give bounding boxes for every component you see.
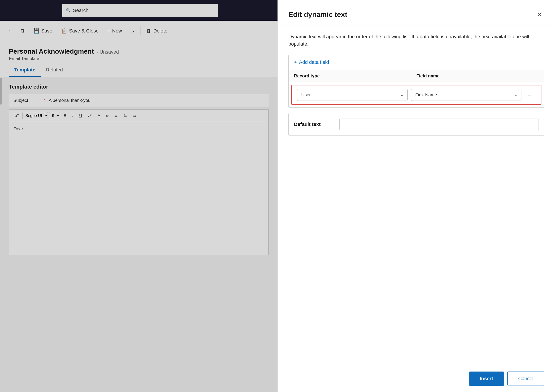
left-panel: 🔍 Search ← ⧉ 💾 Save 📋 Save & Close + New bbox=[0, 0, 278, 392]
record-type-header: Record type bbox=[294, 74, 416, 79]
save-close-label: Save & Close bbox=[69, 28, 99, 34]
default-text-label: Default text bbox=[294, 121, 334, 127]
popup-button[interactable]: ⧉ bbox=[17, 26, 29, 36]
increase-indent-button[interactable]: ⇉ bbox=[130, 112, 138, 119]
dialog-close-button[interactable]: ✕ bbox=[535, 9, 544, 20]
new-label: New bbox=[112, 28, 122, 34]
search-box[interactable]: 🔍 Search bbox=[62, 4, 218, 17]
editor-content: Dear bbox=[14, 126, 23, 131]
dialog-body: Dynamic text will appear in the order of… bbox=[278, 26, 555, 365]
subject-value[interactable]: A personal thank-you bbox=[49, 98, 90, 103]
save-close-icon: 📋 bbox=[61, 28, 67, 34]
unsaved-indicator: - Unsaved bbox=[96, 49, 119, 55]
more-options-button[interactable]: ⋯ bbox=[525, 90, 536, 100]
list-button[interactable]: ≡ bbox=[113, 112, 120, 119]
align-left-button[interactable]: ⇤ bbox=[104, 112, 112, 119]
highlight-button[interactable]: 🖍 bbox=[86, 112, 94, 119]
page-subtitle: Email Template bbox=[9, 56, 269, 61]
edit-dynamic-text-dialog: Edit dynamic text ✕ Dynamic text will ap… bbox=[278, 0, 555, 392]
subject-label: Subject bbox=[13, 98, 40, 103]
chevron-down-icon: ⌄ bbox=[131, 28, 135, 34]
back-button[interactable]: ← bbox=[4, 26, 16, 36]
italic-button[interactable]: I bbox=[70, 112, 76, 119]
field-name-value: First Name bbox=[415, 92, 437, 97]
dialog-description: Dynamic text will appear in the order of… bbox=[288, 33, 544, 48]
font-family-select[interactable]: Segoe UI bbox=[22, 112, 48, 119]
delete-icon: 🗑 bbox=[146, 28, 151, 34]
field-name-dropdown[interactable]: First Name ⌄ bbox=[411, 89, 522, 101]
record-type-chevron-icon: ⌄ bbox=[401, 93, 403, 97]
add-data-field-label: Add data field bbox=[299, 59, 329, 65]
editor-toolbar: 🖌 Segoe UI 9 B I U 🖍 A ⇤ ≡ ⇇ ⇉ » bbox=[9, 110, 269, 122]
data-fields-card: + Add data field Record type Field name … bbox=[288, 55, 544, 108]
font-color-button[interactable]: A bbox=[95, 112, 102, 119]
fields-table-header: Record type Field name bbox=[289, 70, 544, 82]
required-indicator: * bbox=[44, 98, 45, 103]
field-name-header: Field name bbox=[416, 74, 539, 79]
separator bbox=[140, 26, 141, 35]
tab-template[interactable]: Template bbox=[9, 63, 41, 77]
plus-icon: + bbox=[294, 59, 297, 65]
record-type-value: User bbox=[301, 92, 311, 97]
dropdown-arrow-button[interactable]: ⌄ bbox=[127, 26, 139, 36]
save-icon: 💾 bbox=[33, 28, 39, 34]
dialog-title: Edit dynamic text bbox=[288, 10, 347, 19]
scroll-indicator[interactable] bbox=[0, 78, 2, 104]
search-icon: 🔍 bbox=[66, 8, 71, 13]
top-nav-bar: 🔍 Search bbox=[0, 0, 278, 21]
dialog-header: Edit dynamic text ✕ bbox=[278, 0, 555, 26]
record-type-dropdown[interactable]: User ⌄ bbox=[297, 89, 408, 101]
cancel-button[interactable]: Cancel bbox=[507, 371, 544, 386]
tab-related[interactable]: Related bbox=[41, 63, 68, 77]
field-row: User ⌄ First Name ⌄ ⋯ bbox=[291, 85, 541, 105]
default-text-input[interactable] bbox=[339, 118, 539, 130]
command-bar: ← ⧉ 💾 Save 📋 Save & Close + New ⌄ 🗑 bbox=[0, 21, 278, 41]
subject-row: Subject * A personal thank-you bbox=[9, 94, 269, 107]
more-icon: ⋯ bbox=[528, 92, 533, 98]
editor-body[interactable]: Dear bbox=[9, 122, 269, 255]
underline-button[interactable]: U bbox=[77, 112, 84, 119]
bold-button[interactable]: B bbox=[61, 112, 69, 119]
font-size-select[interactable]: 9 bbox=[49, 112, 60, 119]
editor-section-label: Template editor bbox=[9, 84, 269, 90]
page-header: Personal Acknowledgment - Unsaved Email … bbox=[0, 41, 278, 63]
save-button[interactable]: 💾 Save bbox=[29, 26, 56, 36]
field-name-chevron-icon: ⌄ bbox=[514, 93, 517, 97]
dialog-footer: Insert Cancel bbox=[278, 365, 555, 392]
delete-button[interactable]: 🗑 Delete bbox=[143, 26, 171, 36]
tabs-bar: Template Related bbox=[0, 63, 278, 77]
new-button[interactable]: + New bbox=[103, 26, 126, 36]
search-text: Search bbox=[73, 7, 88, 13]
editor-section: Template editor Subject * A personal tha… bbox=[0, 77, 278, 262]
save-label: Save bbox=[41, 28, 52, 34]
insert-button[interactable]: Insert bbox=[469, 371, 504, 386]
paint-brush-button[interactable]: 🖌 bbox=[13, 112, 21, 119]
save-close-button[interactable]: 📋 Save & Close bbox=[57, 26, 102, 36]
popup-icon: ⧉ bbox=[21, 28, 24, 34]
quote-button[interactable]: » bbox=[139, 112, 146, 119]
default-text-card: Default text bbox=[288, 113, 544, 136]
decrease-indent-button[interactable]: ⇇ bbox=[121, 112, 129, 119]
new-icon: + bbox=[107, 28, 110, 34]
page-title: Personal Acknowledgment bbox=[9, 48, 94, 55]
delete-label: Delete bbox=[153, 28, 168, 34]
add-data-field-button[interactable]: + Add data field bbox=[289, 55, 544, 70]
